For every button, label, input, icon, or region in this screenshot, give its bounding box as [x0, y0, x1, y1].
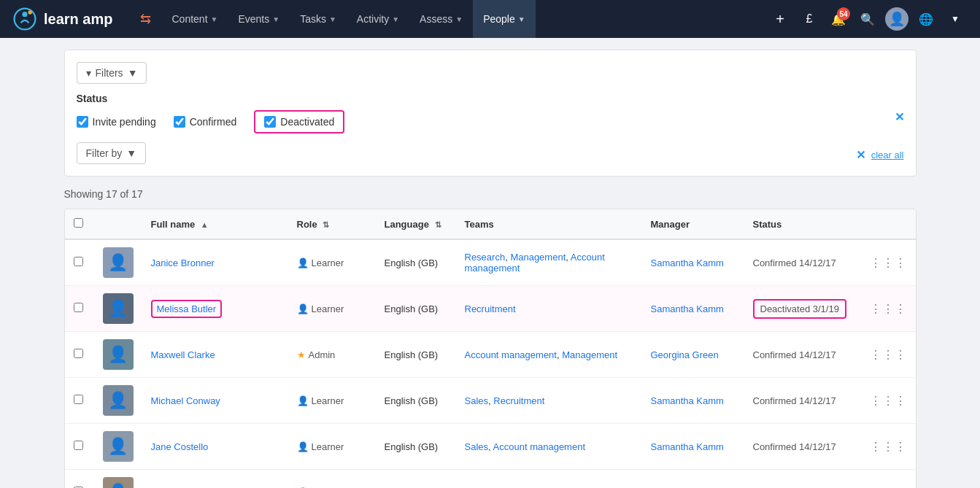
filter-icon: ▾ — [86, 67, 91, 79]
team-link[interactable]: Account management — [465, 349, 557, 360]
brand-logo[interactable]: learn amp — [12, 6, 112, 32]
search-icon: 🔍 — [860, 12, 875, 26]
user-avatar: 👤 — [103, 477, 134, 488]
language-value: English (GB) — [385, 441, 439, 452]
avatar-nav[interactable]: 👤 — [884, 6, 910, 32]
row-checkbox-cell — [65, 332, 94, 378]
invite-pending-checkbox[interactable] — [77, 116, 88, 128]
deactivated-checkbox[interactable] — [264, 116, 276, 128]
row-avatar-cell: 👤 — [94, 470, 142, 489]
nav-activity[interactable]: Activity ▼ — [347, 0, 409, 38]
nav-events[interactable]: Events ▼ — [228, 0, 290, 38]
user-avatar: 👤 — [103, 247, 134, 278]
table-row: 👤Atticus Forbesly👤LearnerEnglishHuman Re… — [65, 470, 916, 489]
row-avatar-cell: 👤 — [94, 239, 142, 286]
nav-actions: + £ 🔔 54 🔍 👤 🌐 ▼ — [767, 6, 968, 32]
row-actions-menu[interactable]: ⋮⋮⋮ — [870, 257, 907, 269]
team-link[interactable]: Management — [510, 252, 566, 263]
globe-button[interactable]: 🌐 — [913, 6, 939, 32]
row-manager-cell: Samantha — [642, 470, 744, 489]
team-link[interactable]: Research — [465, 252, 506, 263]
team-link[interactable]: Management — [562, 349, 617, 360]
select-all-header — [65, 209, 94, 239]
shuffle-button[interactable]: ⇆ — [130, 0, 161, 38]
nav-links: Content ▼ Events ▼ Tasks ▼ Activity ▼ As… — [161, 0, 767, 38]
row-status-cell: Confirmed 14/12/17 — [744, 332, 861, 378]
team-link[interactable]: Recruitment — [493, 395, 544, 406]
row-fullname-cell: Janice Bronner — [142, 239, 288, 286]
team-link[interactable]: Sales — [465, 441, 489, 452]
row-teams-cell: Sales, Account management — [456, 424, 642, 470]
row-checkbox-cell — [65, 378, 94, 424]
row-actions-cell: ⋮⋮⋮ — [861, 378, 916, 424]
manager-link[interactable]: Georgina Green — [651, 349, 719, 360]
chevron-down-icon: ▼ — [128, 67, 138, 79]
select-all-checkbox[interactable] — [74, 218, 83, 228]
user-name-link[interactable]: Maxwell Clarke — [151, 349, 215, 360]
row-teams-cell: Recruitment — [456, 286, 642, 332]
role-header[interactable]: Role ⇅ — [288, 209, 376, 239]
status-section: Status Invite pending Confirmed Deact — [77, 93, 904, 133]
filters-toggle-button[interactable]: ▾ Filters ▼ — [77, 62, 147, 84]
row-manager-cell: Samantha Kamm — [642, 239, 744, 286]
row-teams-cell: Human Resources, Research — [456, 470, 642, 489]
row-actions-menu[interactable]: ⋮⋮⋮ — [870, 441, 907, 453]
table-row: 👤Janice Bronner👤LearnerEnglish (GB)Resea… — [65, 239, 916, 286]
filter-by-button[interactable]: Filter by ▼ — [77, 142, 147, 164]
table-row: 👤Michael Conway👤LearnerEnglish (GB)Sales… — [65, 378, 916, 424]
checkbox-invite-pending[interactable]: Invite pending — [77, 116, 156, 128]
checkbox-confirmed[interactable]: Confirmed — [174, 116, 237, 128]
row-checkbox[interactable] — [74, 303, 83, 312]
close-filter-button[interactable]: ✕ — [895, 110, 904, 124]
language-header[interactable]: Language ⇅ — [376, 209, 456, 239]
manager-link[interactable]: Samantha Kamm — [651, 395, 724, 406]
nav-content[interactable]: Content ▼ — [161, 0, 228, 38]
dropdown-button[interactable]: ▼ — [942, 6, 968, 32]
row-actions-menu[interactable]: ⋮⋮⋮ — [870, 395, 907, 407]
user-name-link[interactable]: Melissa Butler — [151, 300, 223, 318]
row-status-cell: Confirmed 14/12/17 — [744, 378, 861, 424]
row-manager-cell: Samantha Kamm — [642, 378, 744, 424]
nav-tasks[interactable]: Tasks ▼ — [290, 0, 347, 38]
svg-point-0 — [15, 9, 36, 30]
team-link[interactable]: Account management — [493, 441, 585, 452]
chevron-down-icon: ▼ — [392, 15, 399, 23]
team-link[interactable]: Sales — [465, 395, 489, 406]
row-actions-menu[interactable]: ⋮⋮⋮ — [870, 303, 907, 315]
nav-assess[interactable]: Assess ▼ — [409, 0, 473, 38]
add-button[interactable]: + — [767, 6, 793, 32]
row-avatar-cell: 👤 — [94, 378, 142, 424]
row-checkbox[interactable] — [74, 395, 83, 404]
chevron-down-icon: ▼ — [272, 15, 279, 23]
user-avatar: 👤 — [103, 385, 134, 416]
fullname-header[interactable]: Full name ▲ — [142, 209, 288, 239]
row-checkbox[interactable] — [74, 441, 83, 450]
teams-header: Teams — [456, 209, 642, 239]
confirmed-checkbox[interactable] — [174, 116, 185, 128]
user-name-link[interactable]: Michael Conway — [151, 395, 220, 406]
search-button[interactable]: 🔍 — [854, 6, 881, 32]
status-checkboxes: Invite pending Confirmed Deactivated — [77, 110, 345, 133]
row-actions-menu[interactable]: ⋮⋮⋮ — [870, 349, 907, 361]
row-fullname-cell: Jane Costello — [142, 424, 288, 470]
row-checkbox[interactable] — [74, 349, 83, 358]
nav-people[interactable]: People ▼ — [473, 0, 536, 38]
user-name-link[interactable]: Jane Costello — [151, 441, 209, 452]
row-actions-cell: ⋮⋮⋮ — [861, 424, 916, 470]
row-checkbox[interactable] — [74, 257, 83, 266]
clear-all-button[interactable]: clear all — [871, 150, 904, 160]
user-name-link[interactable]: Janice Bronner — [151, 257, 215, 268]
row-teams-cell: Research, Management, Account management — [456, 239, 642, 286]
row-checkbox-cell — [65, 424, 94, 470]
manager-link[interactable]: Samantha Kamm — [651, 257, 724, 268]
notifications-button[interactable]: 🔔 54 — [825, 6, 852, 32]
row-role-cell: ★Admin — [288, 332, 376, 378]
row-fullname-cell: Melissa Butler — [142, 286, 288, 332]
manager-link[interactable]: Samantha Kamm — [651, 303, 724, 314]
manager-link[interactable]: Samantha Kamm — [651, 441, 724, 452]
role-badge: 👤Learner — [297, 303, 367, 314]
currency-button[interactable]: £ — [796, 6, 822, 32]
team-link[interactable]: Recruitment — [465, 303, 516, 314]
table-row: 👤Maxwell Clarke★AdminEnglish (GB)Account… — [65, 332, 916, 378]
checkbox-deactivated[interactable]: Deactivated — [264, 116, 334, 128]
